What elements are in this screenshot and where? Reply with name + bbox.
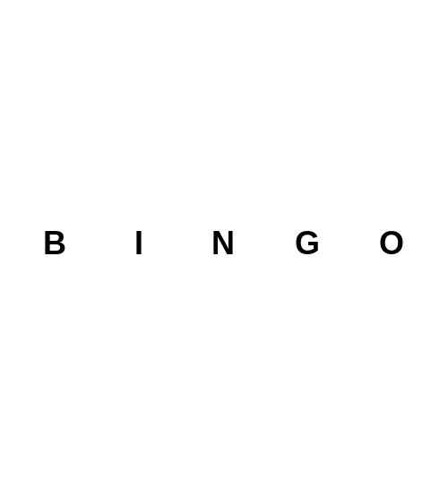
- header-letter-n: N: [182, 220, 266, 267]
- header-letter-o: O: [350, 220, 435, 267]
- bingo-header-row: BINGO: [13, 220, 435, 267]
- header-letter-g: G: [266, 220, 350, 267]
- bingo-card: BINGO: [13, 220, 435, 267]
- header-letter-i: I: [98, 220, 182, 267]
- header-letter-b: B: [13, 220, 98, 267]
